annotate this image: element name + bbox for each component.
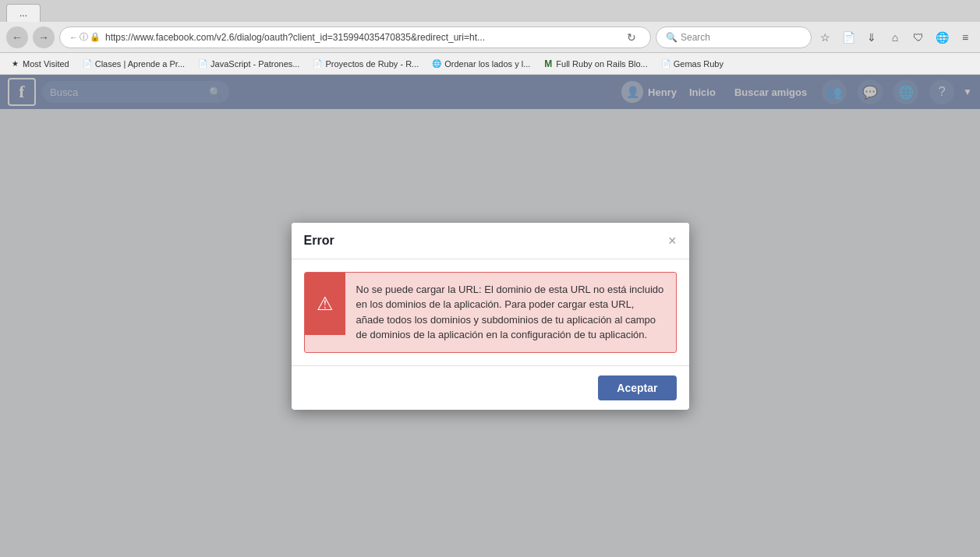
bookmark-gemas[interactable]: 📄 Gemas Ruby xyxy=(657,57,727,71)
forward-button[interactable]: → xyxy=(33,26,55,48)
shield-icon[interactable]: 🛡 xyxy=(910,29,927,46)
page-content: f 🔍 👤 Henry Inicio Buscar amigos 👥 💬 🌐 ?… xyxy=(0,75,980,557)
search-placeholder-text: Search xyxy=(681,32,710,43)
bookmark-clases[interactable]: 📄 Clases | Aprende a Pr... xyxy=(79,57,188,71)
bookmarks-bar: ★ Most Visited 📄 Clases | Aprende a Pr..… xyxy=(0,53,980,75)
overlay: Error × ⚠ No se puede cargar la URL: El … xyxy=(0,75,980,557)
error-triangle-icon: ⚠ xyxy=(317,293,334,315)
star-icon[interactable]: ☆ xyxy=(816,29,833,46)
bookmark-page-icon-4: 📄 xyxy=(660,58,671,69)
lock-icon: 🔒 xyxy=(90,32,101,42)
dialog-close-button[interactable]: × xyxy=(668,234,677,248)
briefcase-icon[interactable]: 📄 xyxy=(840,29,857,46)
tab-bar: ... xyxy=(0,0,980,22)
address-bar: ← → ← ⓘ 🔒 https://www.facebook.com/v2.6/… xyxy=(0,22,980,53)
dialog-title: Error xyxy=(304,234,334,248)
error-text: No se puede cargar la URL: El dominio de… xyxy=(345,273,676,352)
browser-search-bar[interactable]: 🔍 Search xyxy=(656,26,812,48)
bookmark-label: Proyectos de Ruby - R... xyxy=(325,59,419,69)
bookmark-globe-icon: 🌐 xyxy=(431,58,442,69)
bookmark-label: Full Ruby on Rails Blo... xyxy=(556,59,647,69)
error-icon-area: ⚠ xyxy=(305,273,345,335)
dialog-body: ⚠ No se puede cargar la URL: El dominio … xyxy=(292,259,689,365)
forward-icon: → xyxy=(38,31,49,44)
accept-button[interactable]: Aceptar xyxy=(598,375,676,400)
refresh-button[interactable]: ↻ xyxy=(622,28,641,47)
bookmark-label: JavaScript - Patrones... xyxy=(211,59,299,69)
browser-frame: ... ← → ← ⓘ 🔒 https://www.facebook.com/v… xyxy=(0,0,980,557)
error-dialog: Error × ⚠ No se puede cargar la URL: El … xyxy=(292,223,689,410)
bookmark-label: Gemas Ruby xyxy=(674,59,724,69)
menu-icon[interactable]: ≡ xyxy=(957,29,974,46)
bookmark-ruby-on-rails[interactable]: M Full Ruby on Rails Blo... xyxy=(540,57,650,71)
url-text: https://www.facebook.com/v2.6/dialog/oau… xyxy=(105,32,622,43)
bookmark-m-icon: M xyxy=(543,58,554,69)
browser-tab[interactable]: ... xyxy=(6,4,41,22)
dialog-footer: Aceptar xyxy=(292,365,689,410)
bookmark-page-icon-2: 📄 xyxy=(197,58,208,69)
bookmark-most-visited[interactable]: ★ Most Visited xyxy=(6,57,73,71)
dialog-header: Error × xyxy=(292,223,689,259)
error-box: ⚠ No se puede cargar la URL: El dominio … xyxy=(304,272,677,353)
browser-action-icons: ☆ 📄 ⇓ ⌂ 🛡 🌐 ≡ xyxy=(816,29,974,46)
bookmark-javascript[interactable]: 📄 JavaScript - Patrones... xyxy=(194,57,302,71)
bookmark-star-icon: ★ xyxy=(9,58,20,69)
bookmark-label: Ordenar los lados y l... xyxy=(444,59,530,69)
bookmark-ruby-projects[interactable]: 📄 Proyectos de Ruby - R... xyxy=(309,57,422,71)
url-security-icons: ← ⓘ 🔒 xyxy=(69,31,101,43)
back-icon: ← xyxy=(12,31,23,44)
bookmark-ordenar[interactable]: 🌐 Ordenar los lados y l... xyxy=(428,57,533,71)
tab-label: ... xyxy=(19,8,27,19)
back-small-icon: ← xyxy=(69,33,78,42)
bookmark-label: Most Visited xyxy=(23,59,69,69)
globe-icon[interactable]: 🌐 xyxy=(933,29,950,46)
info-icon: ⓘ xyxy=(80,31,88,43)
search-icon: 🔍 xyxy=(666,32,678,43)
bookmark-label: Clases | Aprende a Pr... xyxy=(95,59,185,69)
url-bar[interactable]: ← ⓘ 🔒 https://www.facebook.com/v2.6/dial… xyxy=(59,26,651,48)
bookmark-page-icon-3: 📄 xyxy=(312,58,323,69)
back-button[interactable]: ← xyxy=(6,26,28,48)
download-icon[interactable]: ⇓ xyxy=(863,29,880,46)
home-icon[interactable]: ⌂ xyxy=(886,29,904,46)
bookmark-page-icon-1: 📄 xyxy=(82,58,93,69)
